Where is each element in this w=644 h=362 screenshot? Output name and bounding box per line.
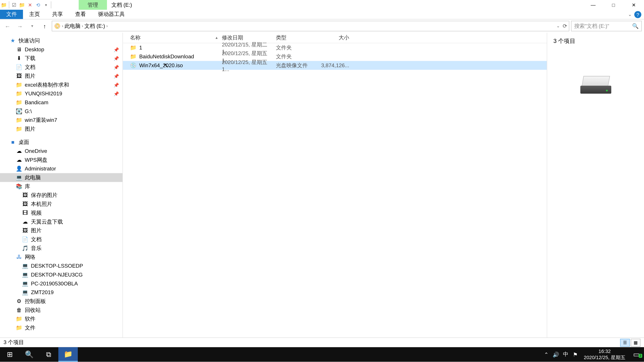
- tray-volume-icon[interactable]: 🔊: [551, 352, 561, 358]
- taskbar-explorer-button[interactable]: 📁: [58, 347, 78, 362]
- start-button[interactable]: ⊞: [0, 347, 20, 362]
- file-row[interactable]: 📁12020/12/15, 星期二 1...文件夹: [123, 43, 547, 52]
- tree-quick-item[interactable]: ⬇下载📌: [0, 54, 122, 63]
- taskbar-clock[interactable]: 16:32 2020/12/25, 星期五: [580, 349, 629, 360]
- column-size[interactable]: 大小: [321, 34, 352, 41]
- action-center-button[interactable]: ▭ 3: [629, 350, 644, 359]
- search-icon: 🔍: [632, 23, 639, 29]
- tree-extra-item[interactable]: ⚙控制面板: [0, 297, 122, 306]
- task-view-button[interactable]: ⧉: [39, 347, 58, 362]
- network-icon: 🖧: [16, 254, 22, 260]
- tree-label: 回收站: [25, 306, 41, 314]
- tree-net-item[interactable]: 💻DESKTOP-NJEU3CG: [0, 270, 122, 279]
- breadcrumb-seg-pc[interactable]: 此电脑: [64, 22, 80, 30]
- tree-lib-item[interactable]: ☁天翼云盘下载: [0, 217, 122, 226]
- tree-net-item[interactable]: 💻ZMT2019: [0, 288, 122, 297]
- tree-quick-item[interactable]: 💽G:\: [0, 107, 122, 116]
- view-details-button[interactable]: ☰: [620, 339, 630, 347]
- tree-extra-item[interactable]: 📁软件: [0, 314, 122, 323]
- tree-net-item[interactable]: 💻DESKTOP-LSSOEDP: [0, 261, 122, 270]
- tree-lib-item[interactable]: 🎵音乐: [0, 244, 122, 253]
- qat-app-icon[interactable]: 📁: [0, 1, 8, 9]
- tree-quick-item[interactable]: 📁YUNQISHI2019📌: [0, 89, 122, 98]
- tree-label: 下载: [25, 54, 36, 62]
- nav-back-button[interactable]: ←: [2, 21, 13, 31]
- tree-lib-item[interactable]: 🖼保存的图片: [0, 191, 122, 200]
- tray-security-icon[interactable]: ⚑: [570, 352, 580, 358]
- file-row[interactable]: 💿Win7x64_2020.iso2020/12/25, 星期五 1...光盘映…: [123, 61, 547, 70]
- file-list[interactable]: 名称 ▲ 修改日期 类型 大小 📁12020/12/15, 星期二 1...文件…: [123, 33, 547, 337]
- tree-quick-item[interactable]: 📄文档📌: [0, 63, 122, 71]
- ribbon-tab-share[interactable]: 共享: [46, 10, 69, 19]
- item-icon: 💻: [22, 289, 28, 296]
- tree-desk-item[interactable]: ☁OneDrive: [0, 147, 122, 156]
- tree-net-item[interactable]: 💻PC-20190530OBLA: [0, 279, 122, 288]
- file-row[interactable]: 📁BaiduNetdiskDownload2020/12/25, 星期五 1..…: [123, 52, 547, 61]
- tree-desktop[interactable]: ■ 桌面: [0, 138, 122, 147]
- ribbon-tab-file[interactable]: 文件: [0, 10, 23, 19]
- tree-network[interactable]: 🖧 网络: [0, 253, 122, 262]
- tree-quick-item[interactable]: 🖼图片📌: [0, 71, 122, 80]
- tree-lib-item[interactable]: 🖼图片: [0, 226, 122, 235]
- tree-desk-item[interactable]: 📚库: [0, 182, 122, 191]
- help-icon[interactable]: ?: [634, 11, 641, 18]
- view-thumbnails-button[interactable]: ▦: [631, 339, 640, 347]
- tree-desk-item[interactable]: ☁WPS网盘: [0, 156, 122, 164]
- item-icon: ☁: [16, 148, 22, 154]
- breadcrumb-dropdown-icon[interactable]: ⌄: [556, 24, 560, 28]
- ribbon-tab-home[interactable]: 主页: [23, 10, 46, 19]
- qat-undo-icon[interactable]: ⟲: [34, 1, 42, 9]
- refresh-icon[interactable]: ⟳: [563, 23, 567, 29]
- nav-forward-button[interactable]: →: [14, 21, 25, 31]
- tray-overflow-icon[interactable]: ⌃: [541, 352, 551, 358]
- tree-quick-item[interactable]: 📁Bandicam: [0, 98, 122, 107]
- qat-properties-icon[interactable]: ☑: [10, 1, 18, 9]
- cursor-icon: ↖: [164, 62, 169, 69]
- breadcrumb[interactable]: 📀› 此电脑› 文档 (E:)› ⌄ ⟳: [52, 21, 569, 31]
- tree-lib-item[interactable]: 🖼本机照片: [0, 200, 122, 209]
- drive-icon: 📀: [54, 23, 61, 29]
- file-name: 1: [139, 44, 142, 51]
- nav-up-button[interactable]: ↑: [40, 21, 50, 31]
- item-icon: 📁: [16, 117, 22, 123]
- maximize-button[interactable]: □: [603, 0, 624, 10]
- tree-quick-access[interactable]: ★ 快速访问: [0, 36, 122, 45]
- search-input[interactable]: 搜索"文档 (E:)" 🔍: [571, 21, 642, 31]
- tree-quick-item[interactable]: 📁图片: [0, 124, 122, 133]
- minimize-button[interactable]: —: [583, 0, 603, 10]
- qat-customize-icon[interactable]: ▾: [42, 1, 50, 9]
- column-headers[interactable]: 名称 ▲ 修改日期 类型 大小: [123, 33, 547, 43]
- tree-label: 图片: [25, 125, 36, 133]
- tree-extra-item[interactable]: 📁文件: [0, 323, 122, 332]
- nav-recent-button[interactable]: ▾: [27, 21, 38, 31]
- tree-label: 文档: [31, 236, 42, 243]
- column-date[interactable]: 修改日期: [222, 34, 276, 41]
- tree-quick-item[interactable]: 📁excel表格制作求和📌: [0, 80, 122, 89]
- column-name[interactable]: 名称 ▲: [123, 34, 222, 41]
- tree-lib-item[interactable]: 📄文档: [0, 235, 122, 244]
- tray-ime-icon[interactable]: 中: [561, 351, 570, 358]
- tree-extra-item[interactable]: 🗑回收站: [0, 306, 122, 315]
- tree-quick-item[interactable]: 🖥Desktop📌: [0, 45, 122, 54]
- column-type[interactable]: 类型: [276, 34, 321, 41]
- ribbon-collapse-icon[interactable]: ⌄: [628, 12, 632, 17]
- qat-newfolder-icon[interactable]: 📁: [18, 1, 26, 9]
- tree-desk-item[interactable]: 👤Administrator: [0, 164, 122, 173]
- tree-label: 保存的图片: [31, 191, 57, 199]
- nav-tree[interactable]: ★ 快速访问 🖥Desktop📌⬇下载📌📄文档📌🖼图片📌📁excel表格制作求和…: [0, 33, 123, 337]
- tree-lib-item[interactable]: 🎞视频: [0, 209, 122, 217]
- tree-label: 天翼云盘下载: [31, 218, 63, 226]
- taskbar[interactable]: ⊞ 🔍 ⧉ 📁 ⌃ 🔊 中 ⚑ 16:32 2020/12/25, 星期五 ▭ …: [0, 347, 644, 362]
- tree-desk-item[interactable]: 💻此电脑: [0, 173, 122, 182]
- item-icon: 💻: [16, 174, 22, 181]
- ribbon-tab-drive-tools[interactable]: 驱动器工具: [92, 10, 131, 19]
- tree-label: excel表格制作求和: [25, 81, 69, 89]
- breadcrumb-seg-drive[interactable]: 文档 (E:): [84, 22, 105, 30]
- taskbar-search-button[interactable]: 🔍: [20, 347, 39, 362]
- ribbon-tab-view[interactable]: 查看: [69, 10, 92, 19]
- tree-quick-item[interactable]: 📁win7重装win7: [0, 116, 122, 125]
- qat-delete-icon[interactable]: ✕: [26, 1, 34, 9]
- close-button[interactable]: ✕: [624, 0, 644, 10]
- item-icon: 🖼: [22, 192, 28, 198]
- ribbon-context-tab[interactable]: 管理: [79, 0, 107, 10]
